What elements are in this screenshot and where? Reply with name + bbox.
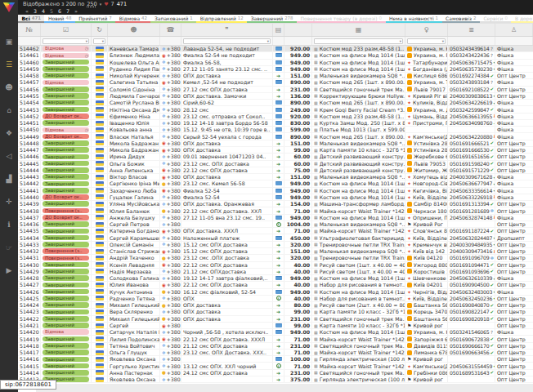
client-phone[interactable]: ✲+380.. bbox=[160, 133, 181, 139]
order-row[interactable]: 514422ЗавершенийМихаил Гилецький●+380..О… bbox=[18, 316, 533, 323]
clients-icon[interactable]: ☻ bbox=[0, 76, 18, 99]
id-column-icon[interactable]: № bbox=[18, 24, 41, 36]
tab-Всі[interactable]: Всі471 bbox=[18, 15, 44, 23]
order-row[interactable]: 514413ЗавершенийЯковлева Оксана✲+380..➔3… bbox=[18, 376, 533, 383]
ttn-cell[interactable] bbox=[448, 323, 495, 328]
order-row[interactable]: 514430ЗавершенийКсенія Левадняя◉+380..22… bbox=[18, 262, 533, 269]
tab-Прийнятий[interactable]: Прийнятий7 bbox=[75, 15, 115, 23]
client-phone[interactable]: ✲+380.. bbox=[160, 275, 181, 281]
ttn-cell[interactable]: 0503243439614? bbox=[448, 46, 495, 51]
filter-dropdown[interactable]: ▾ bbox=[183, 38, 271, 44]
client-phone[interactable]: ✲+380.. bbox=[160, 242, 181, 247]
order-row[interactable]: 514415ЗавершенийГоргулько Христина..✲+38… bbox=[18, 363, 533, 369]
order-row[interactable]: 514424ЗавершенийМихаил Гилецький●+380..О… bbox=[18, 302, 533, 309]
stats-icon[interactable]: ▟ bbox=[0, 167, 18, 190]
ttn-column-icon[interactable]: ≣ bbox=[448, 24, 495, 36]
country-column-icon[interactable]: ↻ bbox=[92, 24, 108, 36]
order-row[interactable]: 514435ЗавершенийКатерина Богданова◉+380.… bbox=[18, 228, 533, 234]
order-row[interactable]: 514441ЗавершенийЗахарченко Люба◉+380..Фи… bbox=[18, 188, 533, 194]
ttn-cell[interactable]: 0501690666170✔ bbox=[448, 343, 495, 349]
client-phone[interactable]: ✲+380.. bbox=[160, 161, 181, 167]
client-phone[interactable]: ◉+380.. bbox=[160, 248, 181, 254]
ttn-cell[interactable]: 0501691313394✔ bbox=[448, 201, 495, 207]
ttn-cell[interactable]: 0503243422436? bbox=[448, 52, 495, 58]
order-row[interactable]: 514451ЗавершенийІващенко Юлія✲+380..19.1… bbox=[18, 120, 533, 127]
ttn-cell[interactable]: 20450632610339✔ bbox=[448, 275, 495, 281]
ttn-cell[interactable]: 0501690822147✔ bbox=[448, 309, 495, 314]
tab-Повернення товару (в дорозі)[interactable]: Повернення товару (в дорозі)0 bbox=[297, 15, 386, 23]
support-icon[interactable]: ☞ bbox=[0, 236, 18, 259]
client-phone[interactable]: ◉+380.. bbox=[160, 262, 181, 268]
client-phone[interactable]: ✲+380.. bbox=[160, 356, 181, 362]
status-column-icon[interactable]: ☑ bbox=[41, 24, 92, 36]
announce-icon[interactable]: ◁ bbox=[0, 145, 18, 167]
ttn-cell[interactable]: 0501691187224✔ bbox=[448, 228, 495, 234]
order-row[interactable]: 514421ЗавершенийСергей◉+380..99.00▦Карта… bbox=[18, 323, 533, 329]
order-row[interactable]: 514442ЗавершенийСергіюнко Іріна Ми..●+38… bbox=[18, 180, 533, 187]
ttn-cell[interactable]: 20450636715475✔ bbox=[448, 60, 495, 65]
ttn-cell[interactable]: 20450636677947✔ bbox=[448, 180, 495, 186]
filter-dropdown[interactable]: ▾ bbox=[314, 38, 403, 44]
ttn-cell[interactable]: 0501691571229✔ bbox=[448, 167, 495, 173]
page-number[interactable]: 3 bbox=[34, 8, 37, 14]
client-phone[interactable]: ◉+380.. bbox=[160, 228, 181, 234]
info-icon[interactable]: ℹ bbox=[0, 213, 18, 236]
client-phone[interactable]: ✲+380.. bbox=[160, 66, 181, 72]
ttn-cell[interactable]: 0503241546065? bbox=[448, 329, 495, 335]
client-phone[interactable]: ◉+380.. bbox=[160, 188, 181, 194]
client-phone[interactable]: ✲+380.. bbox=[160, 343, 181, 349]
client-phone[interactable]: ✲+380.. bbox=[160, 329, 181, 335]
order-row[interactable]: 514434ЗавершенийСергей Карамышев✲+380..Н… bbox=[18, 234, 533, 241]
order-row[interactable]: 514458ЗавершенийНиколай Кучеренко✲+380..… bbox=[18, 73, 533, 79]
order-row[interactable]: 514457ВідмоваСалегина Татьяна С..◉+380..… bbox=[18, 79, 533, 86]
last-page-icon[interactable]: » bbox=[74, 8, 78, 15]
order-row[interactable]: 514418ЗавершенийТетяна Войтович✲+380..21… bbox=[18, 343, 533, 350]
client-phone[interactable]: ✲+380.. bbox=[160, 127, 181, 132]
order-row[interactable]: 514429ЗавершенийНадія Мерзаєва✲+380..21.… bbox=[18, 269, 533, 275]
order-row[interactable]: 514456ЗавершенийСоломія Сідоніна✲+380..2… bbox=[18, 87, 533, 93]
order-row[interactable]: 514417ЗавершенийОльга Глущук✲+380..23.12… bbox=[18, 350, 533, 356]
order-row[interactable]: 514436ЗавершенийСергей Петров✲+380..$100… bbox=[18, 221, 533, 228]
client-phone[interactable]: ✲+380.. bbox=[160, 194, 181, 200]
order-row[interactable]: 514414ЗавершенийАнна Пастернак●+380..24.… bbox=[18, 370, 533, 376]
orders-icon[interactable]: ☰ bbox=[0, 53, 18, 76]
client-phone[interactable]: ✲+380.. bbox=[160, 309, 181, 314]
ttn-cell[interactable]: 0501691281689❄ bbox=[448, 207, 495, 213]
payment-column-icon[interactable]: ▤ bbox=[273, 24, 284, 36]
client-phone[interactable]: ✲+380.. bbox=[160, 350, 181, 355]
filter-dropdown[interactable]: ▾ bbox=[43, 38, 89, 44]
order-row[interactable]: 514438Повернення (з..Юлия Баланюк●+380..… bbox=[18, 207, 533, 214]
order-row[interactable]: 514426ЗавершенийКучук Антонина●+380..16.… bbox=[18, 289, 533, 296]
ttn-cell[interactable]: 20450632874148✘ bbox=[448, 215, 495, 220]
order-row[interactable]: 514425ЗавершенийРадченко Тетяна✲+380..ОП… bbox=[18, 296, 533, 302]
filter-dropdown[interactable]: ▾ bbox=[93, 38, 105, 44]
client-phone[interactable]: ✲+380.. bbox=[160, 73, 181, 78]
first-page-icon[interactable]: « bbox=[25, 8, 29, 15]
ttn-cell[interactable]: 0501691598240✔ bbox=[448, 161, 495, 167]
client-phone[interactable]: ✲+380.. bbox=[160, 234, 181, 240]
ttn-cell[interactable]: 20400309838613✔ bbox=[448, 93, 495, 99]
client-phone[interactable]: ✲+380.. bbox=[160, 363, 181, 368]
comment-column-icon[interactable]: ❞ bbox=[181, 24, 273, 36]
ttn-cell[interactable]: 0501690663456✔ bbox=[448, 350, 495, 355]
order-row[interactable]: 514450Відмова◷Ковальова анна✲+380..15.12… bbox=[18, 127, 533, 133]
ttn-cell[interactable]: 20450633356614✔ bbox=[448, 188, 495, 194]
price-column-icon[interactable] bbox=[284, 24, 312, 36]
ttn-cell[interactable]: 20450632483003✔ bbox=[448, 289, 495, 295]
client-phone[interactable]: ◉+380.. bbox=[160, 282, 181, 287]
ttn-cell[interactable]: 0501692274384✔ bbox=[448, 73, 495, 78]
client-phone[interactable]: ◉+380.. bbox=[160, 52, 181, 58]
tab-Запакований[interactable]: Запакований1 bbox=[150, 15, 196, 23]
ttn-cell[interactable]: 0501691666521✔ bbox=[448, 140, 495, 146]
ttn-cell[interactable]: 20450634098760➜ bbox=[448, 120, 495, 126]
ttn-cell[interactable]: 20400309671628✔ bbox=[448, 174, 495, 180]
client-phone[interactable]: ●+380.. bbox=[160, 180, 181, 186]
order-row[interactable]: 514439ЗавершенийУляна Мусійовська✲+380..… bbox=[18, 201, 533, 207]
ttn-cell[interactable]: 20400309484935✔ bbox=[448, 242, 495, 247]
client-phone[interactable]: ◉+380.. bbox=[160, 323, 181, 328]
tab-Відправлений[interactable]: Відправлений12 bbox=[196, 15, 247, 23]
ttn-cell[interactable] bbox=[448, 356, 495, 362]
ttn-cell[interactable]: 20450631554459✔ bbox=[448, 363, 495, 368]
ttn-cell[interactable]: 20450632450236✔ bbox=[448, 296, 495, 301]
order-row[interactable]: 514423ЗавершенийВера Скляренко✲+380..ОПХ… bbox=[18, 309, 533, 315]
